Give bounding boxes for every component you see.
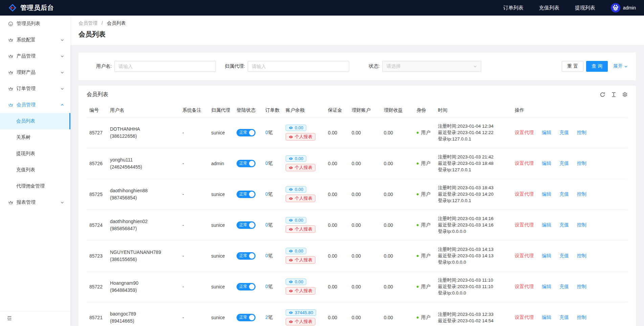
topnav-item[interactable]: 提现列表	[575, 5, 595, 11]
username-filter-label: 用户名:	[96, 63, 112, 69]
search-button[interactable]: 查 询	[586, 61, 608, 72]
action-link[interactable]: 控制	[577, 160, 586, 166]
personal-report-badge[interactable]: 个人报表	[286, 195, 315, 202]
sidebar-subitem-label: 提现列表	[16, 151, 35, 157]
breadcrumb-parent[interactable]: 会员管理	[79, 20, 97, 26]
menu-fold-icon	[7, 316, 12, 321]
sidebar-collapse-button[interactable]	[0, 311, 70, 326]
status-dot	[417, 286, 419, 288]
personal-report-badge[interactable]: 个人报表	[286, 318, 315, 325]
eye-icon	[289, 258, 293, 262]
user-menu[interactable]: du admin	[611, 3, 636, 13]
action-link[interactable]: 充值	[559, 284, 569, 289]
personal-report-badge[interactable]: 个人报表	[286, 256, 315, 264]
action-link[interactable]: 设置代理	[515, 191, 534, 197]
status-dot	[417, 255, 419, 257]
sidebar-item[interactable]: 产品管理	[0, 48, 70, 64]
sidebar-subitem[interactable]: 会员列表	[0, 113, 70, 129]
app-logo[interactable]: 管理员后台	[8, 3, 54, 12]
sidebar-item[interactable]: 会员管理	[0, 97, 70, 113]
sidebar-subitem[interactable]: 关系树	[0, 129, 70, 146]
expand-link[interactable]: 展开	[613, 63, 628, 69]
action-link[interactable]: 设置代理	[515, 253, 534, 258]
action-link[interactable]: 控制	[577, 253, 586, 258]
sidebar-item-label: 管理员列表	[17, 21, 64, 27]
status-toggle[interactable]: 正常	[237, 221, 256, 229]
sidebar-item[interactable]: 报表管理	[0, 194, 70, 211]
action-link[interactable]: 设置代理	[515, 130, 534, 135]
action-link[interactable]: 编辑	[542, 191, 551, 197]
status-toggle[interactable]: 正常	[237, 283, 256, 290]
personal-report-badge[interactable]: 个人报表	[286, 225, 315, 233]
action-link[interactable]: 设置代理	[515, 160, 534, 166]
balance-badge[interactable]: 0.00	[286, 125, 306, 131]
action-link[interactable]: 编辑	[542, 130, 551, 135]
sidebar-subitem[interactable]: 代理佣金管理	[0, 178, 70, 194]
sidebar-subitem-label: 代理佣金管理	[16, 183, 45, 189]
personal-report-badge[interactable]: 个人报表	[286, 164, 315, 171]
action-link[interactable]: 控制	[577, 222, 586, 227]
topnav-item[interactable]: 订单列表	[503, 5, 524, 11]
username-input[interactable]	[114, 61, 216, 72]
balance-badge[interactable]: 37445.80	[286, 309, 316, 316]
density-button[interactable]	[611, 92, 617, 97]
reset-button[interactable]: 重 置	[562, 61, 583, 72]
row-actions: 设置代理编辑充值控制	[512, 148, 628, 179]
action-link[interactable]: 充值	[559, 130, 569, 135]
member-identity: 用户	[414, 148, 435, 179]
status-toggle[interactable]: 正常	[237, 129, 256, 136]
agent-input[interactable]	[248, 61, 349, 72]
member-orders: 2笔	[263, 302, 283, 326]
status-select[interactable]: 请选择	[382, 61, 481, 72]
crown-icon	[8, 38, 13, 43]
content-area: 用户名: 归属代理: 状态: 请选择 重 置 查 询 展开	[70, 45, 644, 326]
personal-report-badge[interactable]: 个人报表	[286, 133, 315, 140]
action-link[interactable]: 编辑	[542, 284, 551, 289]
member-remark: -	[180, 179, 208, 210]
refresh-button[interactable]	[600, 92, 605, 97]
balance-badge[interactable]: 0.00	[286, 217, 306, 223]
status-toggle[interactable]: 正常	[237, 160, 256, 167]
expand-label: 展开	[613, 63, 623, 69]
action-link[interactable]: 控制	[577, 130, 586, 135]
member-remark: -	[180, 210, 208, 240]
action-link[interactable]: 充值	[559, 160, 569, 166]
action-link[interactable]: 充值	[559, 191, 569, 197]
action-link[interactable]: 编辑	[542, 222, 551, 227]
member-orders: 0笔	[263, 179, 283, 210]
action-link[interactable]: 控制	[577, 191, 586, 197]
sidebar-item[interactable]: 订单管理	[0, 81, 70, 97]
sidebar-subitem[interactable]: 充值列表	[0, 162, 70, 178]
action-link[interactable]: 编辑	[542, 314, 551, 320]
status-toggle[interactable]: 正常	[237, 314, 256, 321]
balance-badge[interactable]: 0.00	[286, 248, 306, 254]
balance-badge[interactable]: 0.00	[286, 155, 306, 162]
eye-icon	[289, 289, 293, 293]
action-link[interactable]: 设置代理	[515, 222, 534, 227]
member-remark: -	[180, 240, 208, 271]
balance-badge[interactable]: 0.00	[286, 279, 306, 285]
status-toggle[interactable]: 正常	[237, 191, 256, 198]
balance-badge[interactable]: 0.00	[286, 186, 306, 193]
action-link[interactable]: 充值	[559, 222, 569, 227]
sidebar-item[interactable]: 系统配置	[0, 32, 70, 48]
action-link[interactable]: 编辑	[542, 160, 551, 166]
action-link[interactable]: 设置代理	[515, 284, 534, 289]
sidebar-item[interactable]: 管理员列表	[0, 16, 70, 32]
member-remark: -	[180, 271, 208, 302]
action-link[interactable]: 编辑	[542, 253, 551, 258]
sidebar-subitem[interactable]: 提现列表	[0, 146, 70, 162]
status-toggle[interactable]: 正常	[237, 252, 256, 260]
action-link[interactable]: 控制	[577, 314, 586, 320]
sidebar-item[interactable]: 理财产品	[0, 64, 70, 81]
action-link[interactable]: 充值	[559, 314, 569, 320]
action-link[interactable]: 控制	[577, 284, 586, 289]
settings-button[interactable]	[622, 92, 628, 97]
member-finance-profit: 0.00	[381, 148, 414, 179]
breadcrumb-current: 会员列表	[107, 20, 126, 26]
personal-report-badge[interactable]: 个人报表	[286, 287, 315, 295]
table-row: 85725daothihonghien88(987456854)-sunice正…	[87, 179, 628, 210]
action-link[interactable]: 设置代理	[515, 314, 534, 320]
action-link[interactable]: 充值	[559, 253, 569, 258]
topnav-item[interactable]: 充值列表	[539, 5, 559, 11]
